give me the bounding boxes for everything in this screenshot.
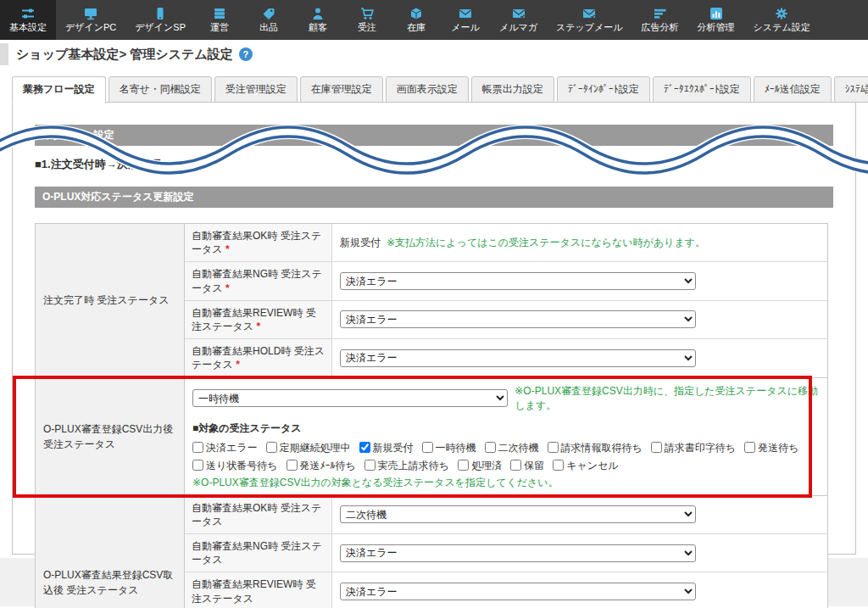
status-option-6[interactable]: 請求情報取得待ち [548, 442, 643, 454]
status-option-2[interactable]: 定期継続処理中 [266, 442, 351, 454]
tab-2[interactable]: 名寄せ・同梱設定 [108, 76, 212, 103]
tab-7[interactable]: ﾃﾞｰﾀｲﾝﾎﾟｰﾄ設定 [557, 76, 650, 103]
section-header-oplux: O-PLUX対応ステータス更新設定 [35, 187, 833, 208]
target-status-heading: ■対象の受注ステータス [192, 421, 820, 436]
status-option-12[interactable]: 処理済 [458, 460, 502, 471]
breadcrumb: ショップ基本設定> 管理システム設定 ? [0, 40, 868, 69]
tab-5[interactable]: 画面表示設定 [386, 76, 469, 103]
status-option-7[interactable]: 請求書印字待ち [651, 442, 736, 454]
status-option-8[interactable]: 発送待ち [744, 442, 798, 454]
setting-row: 自動審査結果NG時 受注ステータス決済エラー [185, 534, 827, 572]
status-option-9[interactable]: 送り状番号待ち [192, 460, 278, 471]
status-checkbox[interactable] [744, 442, 755, 453]
heading-tick [0, 43, 8, 65]
field-label: 自動審査結果OK時 受注ステータス * [185, 224, 332, 261]
nav-item-shuppin[interactable]: 出品 [244, 0, 293, 40]
status-select[interactable]: 二次待機 [340, 505, 696, 523]
nav-item-design-sp[interactable]: デザインSP [125, 0, 195, 40]
nav-item-design-pc[interactable]: デザインPC [56, 0, 125, 40]
nav-item-mail[interactable]: メール [441, 0, 490, 40]
tab-6[interactable]: 帳票出力設定 [471, 76, 554, 103]
nav-item-zaiko[interactable]: 在庫 [392, 0, 441, 40]
status-checkbox[interactable] [287, 460, 298, 471]
status-checkbox[interactable] [458, 460, 469, 471]
nav-item-system[interactable]: システム設定 [744, 0, 820, 40]
sliders-icon [21, 7, 35, 20]
setting-row: 自動審査結果REVIEW時 受注ステータス *決済エラー [185, 301, 827, 339]
tab-4[interactable]: 在庫管理設定 [300, 76, 383, 103]
tab-8[interactable]: ﾃﾞｰﾀｴｸｽﾎﾟｰﾄ設定 [653, 76, 751, 103]
status-checkbox[interactable] [651, 442, 662, 453]
nav-item-label: 基本設定 [9, 22, 47, 32]
status-checkbox[interactable] [359, 442, 370, 453]
status-checkbox[interactable] [548, 442, 559, 453]
mail-icon [459, 7, 472, 20]
tab-3[interactable]: 受注管理設定 [214, 76, 298, 103]
status-checkbox[interactable] [266, 442, 277, 453]
group-label: O-PLUX審査結果登録CSV取込後 受注ステータス [36, 496, 185, 608]
status-option-14[interactable]: キャンセル [553, 460, 618, 471]
field-value: 新規受付 ※支払方法によってはこの受注ステータスにならない時があります。 [332, 224, 827, 261]
field-label: 自動審査結果REVIEW時 受注ステータス * [185, 301, 332, 338]
status-checkbox[interactable] [553, 460, 564, 471]
status-checkbox[interactable] [510, 460, 521, 471]
status-option-5[interactable]: 二次待機 [485, 442, 539, 454]
field-value: 二次待機 [332, 496, 827, 533]
tag-icon [262, 7, 275, 20]
status-checkbox[interactable] [192, 460, 203, 471]
status-option-3[interactable]: 新規受付 [359, 442, 414, 454]
tab-10[interactable]: ｼｽﾃﾑ設定 [834, 76, 868, 103]
settings-tab-bar: 業務フロー設定名寄せ・同梱設定受注管理設定在庫管理設定画面表示設定帳票出力設定ﾃ… [12, 76, 856, 103]
mail-check-icon [512, 7, 526, 20]
status-checkbox[interactable] [364, 460, 376, 471]
setting-group-2: O-PLUX審査登録CSV出力後 受注ステータス一時待機※O-PLUX審査登録C… [36, 378, 827, 496]
tab-panel: 業務フロー設定 ■1.注文受付時→決済処理 O-PLUX対応ステータス更新設定 … [12, 102, 856, 555]
required-asterisk: * [256, 321, 260, 332]
status-value-text: 新規受付 [340, 236, 381, 250]
nav-item-label: デザインPC [65, 22, 116, 32]
nav-item-kihon[interactable]: 基本設定 [0, 0, 56, 40]
nav-item-bunseki[interactable]: 分析管理 [688, 0, 744, 40]
nav-item-label: 在庫 [407, 22, 426, 32]
status-checkbox[interactable] [192, 442, 203, 453]
csv-output-note: ※O-PLUX審査登録CSV出力時に、指定した受注ステータスに移動します。 [515, 384, 820, 413]
mobile-icon [153, 7, 167, 20]
tab-9[interactable]: ﾒｰﾙ送信設定 [754, 76, 832, 103]
nav-item-label: ステップメール [556, 22, 623, 32]
nav-item-koukoku[interactable]: 広告分析 [632, 0, 688, 40]
status-select[interactable]: 決済エラー [340, 349, 696, 367]
status-option-11[interactable]: 実売上請求待ち [364, 460, 449, 471]
box-icon [409, 7, 423, 20]
status-checkbox[interactable] [485, 442, 496, 453]
nav-item-juchu[interactable]: 受注 [342, 0, 392, 40]
tab-1[interactable]: 業務フロー設定 [12, 76, 106, 103]
admin-settings-page: 基本設定デザインPCデザインSP運営出品顧客受注在庫メールメルマガステップメール… [0, 0, 868, 608]
setting-group-1: 注文完了時 受注ステータス自動審査結果OK時 受注ステータス *新規受付 ※支払… [36, 224, 827, 378]
nav-item-label: メルマガ [499, 22, 537, 32]
nav-item-unei[interactable]: 運営 [195, 0, 244, 40]
csv-output-settings-cell: 一時待機※O-PLUX審査登録CSV出力時に、指定した受注ステータスに移動します… [185, 378, 827, 495]
status-option-4[interactable]: 一時待機 [422, 442, 476, 454]
nav-item-label: 広告分析 [642, 22, 679, 32]
chart-icon [709, 7, 723, 20]
field-value: 決済エラー [332, 572, 827, 608]
field-label: 自動審査結果OK時 受注ステータス [185, 496, 332, 533]
required-asterisk: * [225, 243, 230, 255]
status-option-10[interactable]: 発送ﾒｰﾙ待ち [287, 460, 356, 471]
status-option-13[interactable]: 保留 [510, 460, 544, 471]
nav-item-label: デザインSP [135, 22, 186, 32]
status-select[interactable]: 決済エラー [340, 544, 696, 562]
nav-item-label: 出品 [259, 22, 278, 32]
setting-row: 自動審査結果OK時 受注ステータス *新規受付 ※支払方法によってはこの受注ステ… [185, 224, 827, 262]
status-select[interactable]: 決済エラー [340, 310, 696, 328]
setting-row: 自動審査結果NG時 受注ステータス *決済エラー [185, 262, 827, 300]
status-option-1[interactable]: 決済エラー [192, 442, 258, 454]
status-checkbox[interactable] [422, 442, 433, 453]
nav-item-kokyaku[interactable]: 顧客 [293, 0, 342, 40]
status-select[interactable]: 決済エラー [340, 583, 696, 600]
status-select[interactable]: 決済エラー [340, 272, 696, 290]
csv-output-status-select[interactable]: 一時待機 [192, 389, 508, 407]
help-icon[interactable]: ? [239, 47, 253, 61]
nav-item-merumaga[interactable]: メルマガ [490, 0, 547, 40]
nav-item-step-mail[interactable]: ステップメール [547, 0, 632, 40]
